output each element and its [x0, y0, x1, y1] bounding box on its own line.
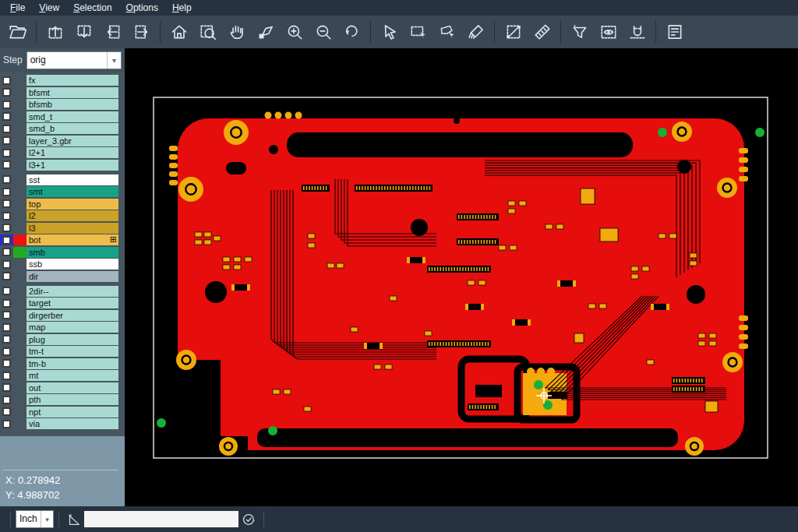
layer-name[interactable]: npt [26, 407, 118, 417]
layer-checkbox[interactable] [0, 87, 13, 98]
layer-checkbox[interactable] [0, 418, 13, 429]
layer-row-l3+1[interactable]: l3+1 [0, 160, 118, 171]
layer-row-layer_3.gbr[interactable]: layer_3.gbr [0, 136, 118, 146]
layer-checkbox[interactable] [0, 394, 13, 405]
layer-row-plug[interactable]: plug [0, 334, 118, 345]
layer-checkbox[interactable] [0, 310, 13, 321]
layer-name[interactable]: tm-t [26, 346, 118, 357]
layer-row-out[interactable]: out [0, 382, 118, 393]
layer-row-smb[interactable]: smb [0, 247, 118, 258]
layer-name[interactable]: layer_3.gbr [26, 136, 118, 146]
layer-name[interactable]: plug [26, 334, 118, 345]
layer-row-ssb[interactable]: ssb [0, 259, 118, 270]
layer-row-tm-t[interactable]: tm-t [0, 346, 118, 357]
menu-view[interactable]: View [32, 0, 66, 16]
layer-checkbox[interactable] [0, 123, 13, 134]
layer-row-mt[interactable]: mt [0, 370, 118, 381]
layer-checkbox[interactable] [0, 210, 13, 221]
layer-name[interactable]: smb [26, 247, 118, 258]
layer-row-bfsmb[interactable]: bfsmb [0, 99, 118, 110]
layer-name[interactable]: sst [26, 174, 118, 185]
layer-name[interactable]: out [26, 382, 118, 393]
layer-name[interactable]: smd_b [26, 123, 118, 134]
apply-sync-button[interactable] [238, 509, 259, 530]
select-rectangle-button[interactable] [404, 19, 433, 45]
pan-down-button[interactable] [69, 19, 98, 45]
layer-checkbox[interactable] [0, 75, 13, 86]
zoom-out-button[interactable] [309, 19, 337, 45]
layer-row-sst[interactable]: sst [0, 174, 118, 185]
layer-row-2dir--[interactable]: 2dir-- [0, 286, 118, 297]
pan-up-button[interactable] [41, 19, 69, 45]
layer-name[interactable]: l2+1 [26, 147, 118, 158]
layer-name[interactable]: bfsmt [26, 87, 118, 98]
layer-name[interactable]: ssb [26, 259, 118, 270]
layer-checkbox[interactable] [0, 382, 13, 393]
command-input[interactable] [84, 511, 238, 527]
chevron-down-icon[interactable]: ▾ [41, 511, 53, 527]
chevron-down-icon[interactable]: ▾ [107, 52, 121, 69]
layer-checkbox[interactable] [0, 298, 13, 308]
step-select[interactable]: orig ▾ [26, 51, 122, 69]
layer-name[interactable]: bot⊞ [26, 234, 118, 245]
layer-row-l3[interactable]: l3 [0, 223, 118, 234]
open-file-button[interactable] [3, 19, 32, 45]
zoom-in-button[interactable] [280, 19, 309, 45]
select-polygon-button[interactable] [433, 19, 461, 45]
layer-name[interactable]: smt [26, 186, 118, 197]
zoom-window-button[interactable] [193, 19, 222, 45]
layer-name[interactable]: l3+1 [26, 160, 118, 171]
menu-help[interactable]: Help [165, 0, 199, 16]
layer-row-smd_t[interactable]: smd_t [0, 111, 118, 122]
unit-select[interactable]: Inch ▾ [16, 510, 54, 528]
layer-row-bfsmt[interactable]: bfsmt [0, 87, 118, 98]
layer-name[interactable]: l3 [26, 223, 118, 234]
layer-name[interactable]: l2 [26, 210, 118, 221]
layer-checkbox[interactable] [0, 346, 13, 357]
zoom-object-button[interactable] [251, 19, 280, 45]
menu-selection[interactable]: Selection [66, 0, 118, 16]
layer-name[interactable]: dir [26, 271, 118, 282]
layer-name[interactable]: dirgerber [26, 310, 118, 321]
layer-name[interactable]: top [26, 199, 118, 210]
layer-checkbox[interactable] [0, 174, 13, 185]
layer-row-top[interactable]: top [0, 199, 118, 210]
view-options-button[interactable] [594, 19, 623, 45]
layer-checkbox[interactable] [0, 147, 13, 158]
layer-checkbox[interactable] [0, 259, 13, 270]
layer-row-map[interactable]: map [0, 322, 118, 333]
layer-name[interactable]: pth [26, 394, 118, 405]
filter-button[interactable] [565, 19, 594, 45]
layer-checkbox[interactable] [0, 247, 13, 258]
layer-row-smt[interactable]: smt [0, 186, 118, 197]
layer-checkbox[interactable] [0, 99, 13, 110]
layer-row-via[interactable]: via [0, 418, 118, 429]
layer-checkbox[interactable] [0, 286, 13, 297]
layer-row-fx[interactable]: fx [0, 75, 118, 86]
pan-left-button[interactable] [98, 19, 127, 45]
layer-row-pth[interactable]: pth [0, 394, 118, 405]
measure-ruler-button[interactable] [528, 19, 556, 45]
layer-name[interactable]: mt [26, 370, 118, 381]
layer-name[interactable]: tm-b [26, 358, 118, 369]
layer-name[interactable]: via [26, 418, 118, 429]
layer-checkbox[interactable] [0, 322, 13, 333]
pan-right-button[interactable] [127, 19, 156, 45]
layer-checkbox[interactable] [0, 334, 13, 345]
layer-checkbox[interactable] [0, 271, 13, 282]
layer-checkbox[interactable] [0, 358, 13, 369]
measure-angle-button[interactable] [64, 509, 84, 530]
layer-name[interactable]: bfsmb [26, 99, 118, 110]
zoom-previous-button[interactable] [337, 19, 366, 45]
layer-name[interactable]: fx [26, 75, 118, 86]
menu-file[interactable]: File [3, 0, 32, 16]
select-cursor-button[interactable] [375, 19, 404, 45]
home-view-button[interactable] [164, 19, 193, 45]
layer-checkbox[interactable] [0, 186, 13, 197]
layer-row-bot[interactable]: bot⊞ [0, 234, 118, 245]
snap-button[interactable] [623, 19, 651, 45]
layer-name[interactable]: 2dir-- [26, 286, 118, 297]
measure-distance-button[interactable] [499, 19, 528, 45]
layer-checkbox[interactable] [0, 407, 13, 417]
layer-row-dirgerber[interactable]: dirgerber [0, 310, 118, 321]
